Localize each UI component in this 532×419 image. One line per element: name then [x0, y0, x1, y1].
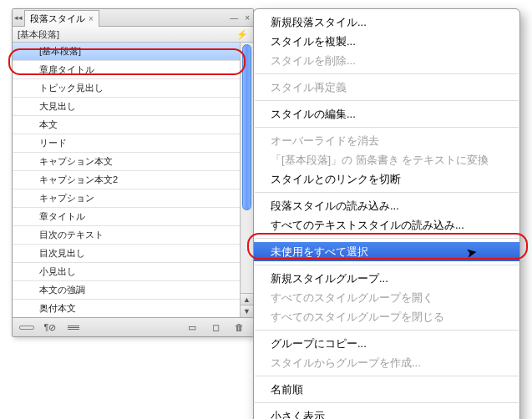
menu-item[interactable]: 新規段落スタイル... [254, 13, 519, 32]
menu-item: 「[基本段落]」の 箇条書き をテキストに変換 [254, 150, 519, 169]
new-style-icon[interactable]: ◻ [208, 321, 223, 333]
menu-item: オーバーライドを消去 [254, 131, 519, 150]
menu-item: スタイルからグループを作成... [254, 353, 519, 372]
footer-lines-icon[interactable] [66, 321, 81, 333]
menu-separator [255, 330, 519, 331]
menu-item[interactable]: スタイルの編集... [254, 104, 519, 124]
scrollbar[interactable]: ▲ ▼ [240, 43, 253, 317]
new-group-icon[interactable]: ▭ [185, 321, 200, 333]
style-list-item[interactable]: 章タイトル [13, 208, 240, 226]
current-style-row: [基本段落] ⚡ [13, 27, 253, 43]
footer-clear-icon[interactable]: ¶⊘ [43, 321, 58, 333]
style-list-item[interactable]: キャプション [13, 189, 240, 208]
menu-item[interactable]: すべてのテキストスタイルの読み込み... [254, 215, 519, 235]
menu-separator [255, 265, 519, 265]
footer-pill-icon[interactable] [19, 321, 34, 333]
menu-item[interactable]: 名前順 [254, 380, 519, 399]
menu-separator [255, 100, 519, 101]
style-list-item[interactable]: 目次見出し [13, 245, 240, 263]
scroll-up-icon[interactable]: ▲ [241, 293, 253, 305]
menu-item: すべてのスタイルグループを閉じる [254, 307, 519, 326]
menu-item[interactable]: 未使用をすべて選択 [254, 242, 519, 261]
menu-separator [255, 376, 519, 376]
panel-context-menu: 新規段落スタイル...スタイルを複製...スタイルを削除...スタイル再定義スタ… [253, 8, 520, 419]
style-list-item[interactable]: キャプション本文2 [13, 171, 240, 189]
paragraph-styles-panel: ◂◂ 段落スタイル × — × [基本段落] ⚡ [基本段落]章扉タイトルトピッ… [12, 8, 254, 337]
menu-item[interactable]: グループにコピー... [254, 334, 519, 353]
menu-item: スタイル再定義 [254, 78, 519, 97]
style-list-item[interactable]: トピック見出し [13, 79, 240, 98]
style-list-item[interactable]: 本文の強調 [13, 281, 240, 300]
minimize-icon[interactable]: — [226, 13, 241, 23]
scrollbar-thumb[interactable] [242, 44, 251, 210]
panel-footer: ¶⊘ ▭ ◻ 🗑 [13, 317, 253, 336]
panel-tab[interactable]: 段落スタイル × [24, 10, 99, 27]
style-list-item[interactable]: 章扉タイトル [13, 61, 240, 79]
panel-tab-label: 段落スタイル [30, 13, 85, 25]
menu-item[interactable]: スタイルとのリンクを切断 [254, 169, 519, 189]
panel-tab-row: ◂◂ 段落スタイル × — × [13, 9, 253, 27]
menu-item[interactable]: 段落スタイルの読み込み... [254, 196, 519, 215]
style-list-item[interactable]: 大見出し [13, 98, 240, 116]
menu-separator [255, 238, 519, 239]
menu-item[interactable]: 小さく表示 [254, 406, 519, 419]
menu-separator [255, 402, 519, 403]
panel-close-icon[interactable]: × [241, 13, 253, 23]
style-list-item[interactable]: リード [13, 134, 240, 153]
menu-item: すべてのスタイルグループを開く [254, 288, 519, 307]
style-list: [基本段落]章扉タイトルトピック見出し大見出し本文リードキャプション本文キャプシ… [13, 43, 253, 317]
quick-apply-icon[interactable]: ⚡ [231, 29, 253, 40]
style-list-item[interactable]: 奥付本文 [13, 300, 240, 317]
menu-separator [255, 127, 519, 128]
style-list-item[interactable]: 本文 [13, 116, 240, 134]
trash-icon[interactable]: 🗑 [231, 321, 246, 333]
style-list-item[interactable]: [基本段落] [13, 43, 240, 61]
style-list-item[interactable]: 小見出し [13, 263, 240, 281]
style-list-item[interactable]: キャプション本文 [13, 153, 240, 171]
current-style-label: [基本段落] [18, 28, 59, 41]
close-tab-icon[interactable]: × [89, 14, 94, 23]
style-list-item[interactable]: 目次のテキスト [13, 226, 240, 245]
menu-item[interactable]: スタイルを複製... [254, 32, 519, 51]
scroll-down-icon[interactable]: ▼ [241, 305, 253, 317]
menu-separator [255, 192, 519, 193]
menu-separator [255, 73, 519, 74]
menu-item[interactable]: 新規スタイルグループ... [254, 269, 519, 288]
menu-item: スタイルを削除... [254, 51, 519, 70]
collapse-arrows-icon[interactable]: ◂◂ [13, 14, 24, 22]
